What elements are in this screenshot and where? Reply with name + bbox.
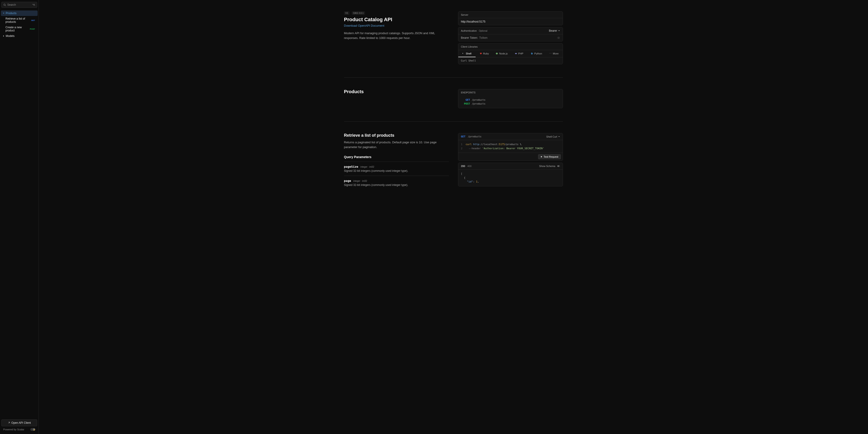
terminal-icon: [462, 53, 465, 55]
operation-description: Returns a paginated list of products. De…: [344, 140, 449, 150]
chevron-down-icon: [3, 12, 5, 14]
tab-more[interactable]: ⋯ More: [545, 50, 562, 57]
query-params-heading: Query Parameters: [344, 155, 449, 159]
server-label: Server: [461, 13, 468, 16]
chevron-down-icon: [558, 136, 560, 138]
tab-shell[interactable]: Shell: [458, 50, 475, 57]
php-icon: [515, 53, 517, 55]
server-url-input[interactable]: http://localhost:5175: [458, 18, 563, 25]
client-libraries-label: Client Libraries: [461, 45, 478, 48]
token-label: Bearer Token:: [461, 36, 478, 39]
search-input[interactable]: Search ^K: [1, 2, 37, 8]
main-content: V1 OAS 3.0.1 Product Catalog API Downloa…: [39, 0, 868, 434]
server-url: http://localhost:5175: [461, 20, 486, 23]
param-row: pageSize integer · int32 Signed 32-bit i…: [344, 162, 449, 176]
param-type: integer · int32: [361, 166, 374, 168]
sidebar-item-retrieve-products[interactable]: Retrieve a list of products GET: [1, 16, 38, 25]
play-icon: [540, 156, 542, 158]
curl-shell-label: Curl Shell: [458, 57, 563, 64]
method-badge-post: POST: [29, 28, 36, 30]
theme-toggle[interactable]: 🌙: [30, 428, 35, 431]
endpoint-path: /products: [472, 102, 486, 105]
show-schema-label: Show Schema: [539, 165, 555, 167]
version-badge: V1: [344, 11, 349, 15]
tab-php[interactable]: PHP: [510, 50, 528, 57]
nav: Products Retrieve a list of products GET…: [0, 9, 38, 418]
endpoints-panel: ENDPOINTS GET /products POST /products: [458, 89, 563, 108]
request-code-panel: GET /products Shell Curl 1 curl http://l…: [458, 133, 563, 161]
code-lang-select[interactable]: Shell Curl: [546, 135, 560, 138]
tab-python[interactable]: Python: [528, 50, 545, 57]
param-name: page: [344, 179, 351, 182]
client-libraries-panel: Client Libraries Shell Ruby Node.js: [458, 43, 563, 64]
eye-icon[interactable]: [557, 36, 560, 39]
method-badge-get: GET: [31, 19, 36, 22]
svg-point-2: [558, 38, 559, 38]
ruby-icon: [480, 53, 482, 55]
python-icon: [531, 53, 533, 55]
moon-icon: 🌙: [33, 428, 35, 431]
token-placeholder: Token: [479, 36, 488, 39]
endpoint-row[interactable]: GET /products: [461, 98, 560, 102]
auth-optional-tag: Optional: [479, 30, 487, 32]
endpoints-label: ENDPOINTS: [461, 91, 475, 94]
sidebar-item-label: Create a new product: [5, 26, 28, 32]
svg-point-3: [515, 53, 517, 54]
svg-line-1: [5, 5, 6, 6]
sidebar-item-label: Products: [6, 12, 17, 15]
sidebar-item-products[interactable]: Products: [1, 10, 38, 16]
products-section-title: Products: [344, 89, 449, 94]
auth-scheme-select[interactable]: Bearer: [549, 29, 560, 32]
operation-title: Retrieve a list of products: [344, 133, 449, 138]
response-panel: 200 400 Show Schema [ { "id": 1,: [458, 163, 563, 186]
tab-ruby[interactable]: Ruby: [475, 50, 493, 57]
nodejs-icon: [496, 53, 498, 55]
search-icon: [3, 4, 6, 6]
tab-nodejs[interactable]: Node.js: [493, 50, 510, 57]
endpoint-row[interactable]: POST /products: [461, 102, 560, 106]
endpoint-method: POST: [461, 102, 470, 105]
auth-panel: Authentication Optional Bearer Bearer To…: [458, 27, 563, 41]
param-description: Signed 32-bit integers (commonly used in…: [344, 183, 449, 187]
sidebar-item-label: Models: [6, 34, 14, 38]
page-title: Product Catalog API: [344, 16, 449, 23]
api-description: Modern API for managing product catalogs…: [344, 31, 449, 40]
search-shortcut: ^K: [32, 3, 35, 6]
endpoint-method: GET: [461, 98, 470, 101]
response-body: [ { "id": 1,: [458, 169, 563, 186]
oas-badge: OAS 3.0.1: [352, 11, 365, 15]
auth-label: Authentication: [461, 29, 477, 32]
response-code-tab[interactable]: 200: [461, 165, 465, 167]
chevron-right-icon: [3, 35, 5, 37]
request-path: /products: [468, 135, 482, 138]
param-row: page integer · int32 Signed 32-bit integ…: [344, 176, 449, 190]
chevron-down-icon: [558, 30, 560, 32]
param-type: integer · int32: [353, 180, 367, 182]
sidebar: Search ^K Products Retrieve a list of pr…: [0, 0, 39, 434]
code-block[interactable]: 1 curl http://localhost:5175/products \ …: [458, 140, 563, 153]
bearer-token-input[interactable]: Bearer Token: Token: [458, 34, 563, 41]
sidebar-item-label: Retrieve a list of products: [5, 17, 29, 24]
sidebar-item-create-product[interactable]: Create a new product POST: [1, 25, 38, 33]
request-method: GET: [461, 135, 466, 138]
open-api-client-button[interactable]: Open API Client: [1, 420, 37, 426]
response-code-tab[interactable]: 400: [467, 165, 471, 167]
external-link-icon: [8, 422, 10, 424]
sidebar-item-models[interactable]: Models: [1, 33, 38, 39]
open-client-label: Open API Client: [11, 421, 31, 425]
endpoint-path: /products: [472, 98, 486, 101]
download-openapi-link[interactable]: Download OpenAPI Document: [344, 24, 384, 27]
search-placeholder: Search: [7, 3, 16, 6]
param-name: pageSize: [344, 165, 359, 168]
ellipsis-icon: ⋯: [549, 52, 552, 55]
param-description: Signed 32-bit integers (commonly used in…: [344, 169, 449, 172]
powered-by-label: Powered by Scalar: [3, 428, 24, 431]
server-panel: Server http://localhost:5175: [458, 11, 563, 25]
test-request-button[interactable]: Test Request: [538, 154, 561, 159]
svg-point-0: [4, 4, 5, 5]
show-schema-toggle[interactable]: [557, 165, 560, 167]
